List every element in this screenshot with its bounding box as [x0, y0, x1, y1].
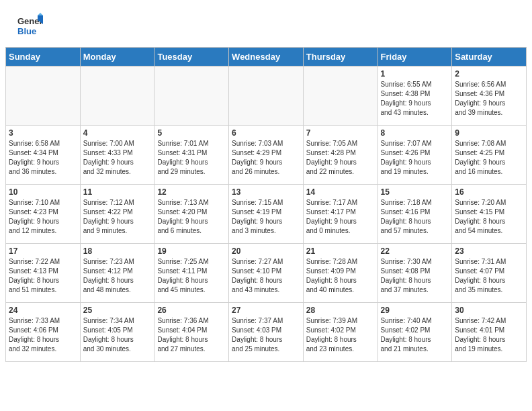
day-info: Sunrise: 7:31 AM Sunset: 4:07 PM Dayligh…	[455, 257, 523, 295]
day-info: Sunrise: 7:03 AM Sunset: 4:29 PM Dayligh…	[232, 139, 300, 177]
day-number: 25	[83, 306, 152, 315]
svg-text:Blue: Blue	[17, 26, 36, 36]
day-info: Sunrise: 7:01 AM Sunset: 4:31 PM Dayligh…	[157, 139, 226, 177]
calendar-day: 22Sunrise: 7:30 AM Sunset: 4:08 PM Dayli…	[378, 244, 452, 303]
day-number: 2	[455, 69, 523, 79]
calendar-day: 21Sunrise: 7:28 AM Sunset: 4:09 PM Dayli…	[303, 244, 378, 303]
calendar-day: 19Sunrise: 7:25 AM Sunset: 4:11 PM Dayli…	[154, 244, 229, 303]
day-number: 26	[157, 306, 226, 315]
svg-marker-3	[38, 13, 43, 15]
day-number: 7	[306, 128, 375, 138]
calendar-day: 25Sunrise: 7:34 AM Sunset: 4:05 PM Dayli…	[80, 303, 154, 362]
day-info: Sunrise: 7:37 AM Sunset: 4:03 PM Dayligh…	[232, 316, 300, 354]
dow-header: Saturday	[452, 48, 527, 66]
dow-header: Sunday	[6, 48, 81, 66]
calendar-day: 15Sunrise: 7:18 AM Sunset: 4:16 PM Dayli…	[378, 185, 452, 244]
day-info: Sunrise: 7:25 AM Sunset: 4:11 PM Dayligh…	[157, 257, 226, 295]
day-number: 19	[157, 246, 226, 256]
calendar-week-row: 3Sunrise: 6:58 AM Sunset: 4:34 PM Daylig…	[6, 126, 527, 185]
calendar-day: 1Sunrise: 6:55 AM Sunset: 4:38 PM Daylig…	[378, 66, 452, 126]
calendar-day: 24Sunrise: 7:33 AM Sunset: 4:06 PM Dayli…	[6, 303, 81, 362]
day-number: 8	[381, 128, 449, 138]
dow-header: Thursday	[303, 48, 378, 66]
day-info: Sunrise: 7:20 AM Sunset: 4:15 PM Dayligh…	[455, 198, 523, 236]
page-header: General Blue	[0, 0, 532, 47]
logo: General Blue	[16, 12, 43, 42]
calendar-day: 17Sunrise: 7:22 AM Sunset: 4:13 PM Dayli…	[6, 244, 81, 303]
day-number: 4	[83, 128, 152, 138]
day-info: Sunrise: 7:08 AM Sunset: 4:25 PM Dayligh…	[455, 139, 523, 177]
calendar-body: 1Sunrise: 6:55 AM Sunset: 4:38 PM Daylig…	[6, 66, 527, 362]
calendar-day: 7Sunrise: 7:05 AM Sunset: 4:28 PM Daylig…	[303, 126, 378, 185]
calendar-day: 30Sunrise: 7:42 AM Sunset: 4:01 PM Dayli…	[452, 303, 527, 362]
calendar-day: 23Sunrise: 7:31 AM Sunset: 4:07 PM Dayli…	[452, 244, 527, 303]
calendar-day: 18Sunrise: 7:23 AM Sunset: 4:12 PM Dayli…	[80, 244, 154, 303]
day-number: 17	[9, 246, 77, 256]
days-of-week-row: SundayMondayTuesdayWednesdayThursdayFrid…	[6, 48, 527, 66]
day-number: 13	[232, 187, 300, 197]
calendar-day: 14Sunrise: 7:17 AM Sunset: 4:17 PM Dayli…	[303, 185, 378, 244]
calendar-day: 2Sunrise: 6:56 AM Sunset: 4:36 PM Daylig…	[452, 66, 527, 126]
day-info: Sunrise: 7:05 AM Sunset: 4:28 PM Dayligh…	[306, 139, 375, 177]
calendar-day: 12Sunrise: 7:13 AM Sunset: 4:20 PM Dayli…	[154, 185, 229, 244]
day-number: 9	[455, 128, 523, 138]
calendar-day: 9Sunrise: 7:08 AM Sunset: 4:25 PM Daylig…	[452, 126, 527, 185]
calendar-week-row: 24Sunrise: 7:33 AM Sunset: 4:06 PM Dayli…	[6, 303, 527, 362]
day-info: Sunrise: 7:34 AM Sunset: 4:05 PM Dayligh…	[83, 316, 152, 354]
calendar-week-row: 1Sunrise: 6:55 AM Sunset: 4:38 PM Daylig…	[6, 66, 527, 126]
calendar-week-row: 10Sunrise: 7:10 AM Sunset: 4:23 PM Dayli…	[6, 185, 527, 244]
calendar-day: 11Sunrise: 7:12 AM Sunset: 4:22 PM Dayli…	[80, 185, 154, 244]
calendar-day: 13Sunrise: 7:15 AM Sunset: 4:19 PM Dayli…	[229, 185, 304, 244]
day-number: 11	[83, 187, 152, 197]
day-number: 16	[455, 187, 523, 197]
day-number: 23	[455, 246, 523, 256]
calendar-day: 10Sunrise: 7:10 AM Sunset: 4:23 PM Dayli…	[6, 185, 81, 244]
day-number: 20	[232, 246, 300, 256]
day-number: 3	[9, 128, 77, 138]
day-number: 1	[381, 69, 449, 79]
dow-header: Tuesday	[154, 48, 229, 66]
calendar-day	[229, 66, 304, 126]
calendar-day: 3Sunrise: 6:58 AM Sunset: 4:34 PM Daylig…	[6, 126, 81, 185]
day-number: 21	[306, 246, 375, 256]
day-info: Sunrise: 7:07 AM Sunset: 4:26 PM Dayligh…	[381, 139, 449, 177]
calendar-day: 16Sunrise: 7:20 AM Sunset: 4:15 PM Dayli…	[452, 185, 527, 244]
day-number: 14	[306, 187, 375, 197]
calendar-day: 26Sunrise: 7:36 AM Sunset: 4:04 PM Dayli…	[154, 303, 229, 362]
calendar-day: 6Sunrise: 7:03 AM Sunset: 4:29 PM Daylig…	[229, 126, 304, 185]
day-info: Sunrise: 7:40 AM Sunset: 4:02 PM Dayligh…	[381, 316, 449, 354]
day-number: 12	[157, 187, 226, 197]
day-info: Sunrise: 7:42 AM Sunset: 4:01 PM Dayligh…	[455, 316, 523, 354]
day-number: 22	[381, 246, 449, 256]
day-info: Sunrise: 7:15 AM Sunset: 4:19 PM Dayligh…	[232, 198, 300, 236]
calendar-table: SundayMondayTuesdayWednesdayThursdayFrid…	[5, 47, 527, 362]
day-number: 28	[306, 306, 375, 315]
day-info: Sunrise: 7:22 AM Sunset: 4:13 PM Dayligh…	[9, 257, 77, 295]
day-number: 5	[157, 128, 226, 138]
day-info: Sunrise: 7:13 AM Sunset: 4:20 PM Dayligh…	[157, 198, 226, 236]
calendar-day: 4Sunrise: 7:00 AM Sunset: 4:33 PM Daylig…	[80, 126, 154, 185]
dow-header: Wednesday	[229, 48, 304, 66]
day-number: 15	[381, 187, 449, 197]
day-info: Sunrise: 7:28 AM Sunset: 4:09 PM Dayligh…	[306, 257, 375, 295]
day-info: Sunrise: 7:10 AM Sunset: 4:23 PM Dayligh…	[9, 198, 77, 236]
day-info: Sunrise: 7:30 AM Sunset: 4:08 PM Dayligh…	[381, 257, 449, 295]
day-info: Sunrise: 6:58 AM Sunset: 4:34 PM Dayligh…	[9, 139, 77, 177]
day-info: Sunrise: 7:00 AM Sunset: 4:33 PM Dayligh…	[83, 139, 152, 177]
day-number: 24	[9, 306, 77, 315]
day-number: 6	[232, 128, 300, 138]
dow-header: Friday	[378, 48, 452, 66]
logo-icon: General Blue	[16, 12, 43, 39]
day-info: Sunrise: 7:12 AM Sunset: 4:22 PM Dayligh…	[83, 198, 152, 236]
day-info: Sunrise: 7:17 AM Sunset: 4:17 PM Dayligh…	[306, 198, 375, 236]
day-number: 29	[381, 306, 449, 315]
day-info: Sunrise: 7:33 AM Sunset: 4:06 PM Dayligh…	[9, 316, 77, 354]
calendar-container: SundayMondayTuesdayWednesdayThursdayFrid…	[0, 47, 532, 367]
day-info: Sunrise: 7:36 AM Sunset: 4:04 PM Dayligh…	[157, 316, 226, 354]
day-number: 30	[455, 306, 523, 315]
day-info: Sunrise: 6:55 AM Sunset: 4:38 PM Dayligh…	[381, 80, 449, 118]
day-info: Sunrise: 7:27 AM Sunset: 4:10 PM Dayligh…	[232, 257, 300, 295]
calendar-day	[80, 66, 154, 126]
dow-header: Monday	[80, 48, 154, 66]
day-number: 10	[9, 187, 77, 197]
